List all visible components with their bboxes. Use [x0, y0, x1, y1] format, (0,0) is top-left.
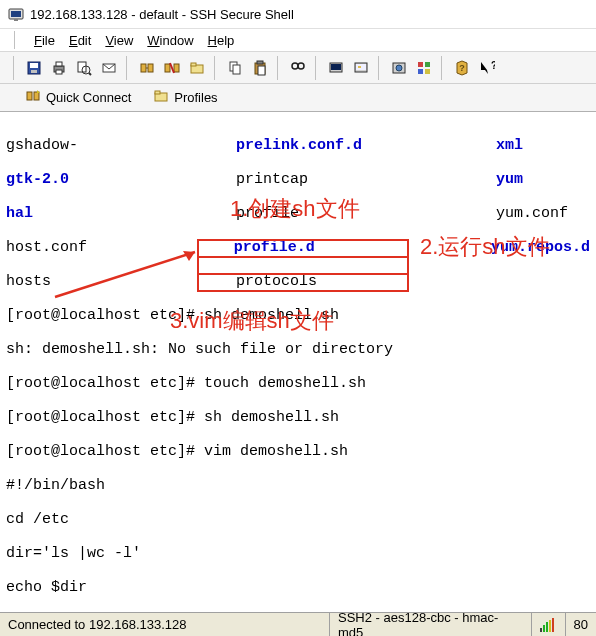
copy-icon[interactable]: [224, 57, 246, 79]
ls-item: profile: [236, 205, 496, 222]
terminal-output[interactable]: gshadow-prelink.conf.dxml gtk-2.0printca…: [0, 112, 596, 608]
toolbar-sep-4: [315, 56, 319, 80]
svg-line-11: [89, 73, 91, 75]
svg-text:?: ?: [491, 60, 495, 71]
paste-icon[interactable]: [249, 57, 271, 79]
ls-item: protocols: [236, 273, 496, 290]
svg-rect-33: [358, 66, 361, 68]
window-title: 192.168.133.128 - default - SSH Secure S…: [30, 7, 294, 22]
cmd: touch demoshell.sh: [204, 375, 366, 392]
svg-rect-39: [425, 69, 430, 74]
help-icon[interactable]: ?: [451, 57, 473, 79]
svg-point-26: [292, 63, 298, 69]
folder-icon: [153, 88, 169, 107]
find-icon[interactable]: [287, 57, 309, 79]
svg-rect-38: [418, 69, 423, 74]
status-meters: [532, 613, 566, 636]
svg-rect-4: [30, 63, 38, 68]
svg-rect-5: [31, 70, 37, 73]
svg-rect-13: [141, 64, 146, 72]
svg-text:?: ?: [459, 63, 465, 73]
mail-icon[interactable]: [98, 57, 120, 79]
ls-item: hal: [6, 205, 236, 222]
svg-rect-1: [11, 11, 21, 17]
app-icon: [8, 6, 24, 22]
toolbar-sep-6: [441, 56, 445, 80]
menu-edit[interactable]: Edit: [63, 31, 97, 50]
svg-rect-22: [233, 65, 240, 74]
vu-meter-icon: [540, 618, 554, 632]
quick-connect-button[interactable]: Quick Connect: [18, 85, 138, 110]
svg-rect-20: [191, 63, 196, 66]
menu-window[interactable]: Window: [141, 31, 199, 50]
print-icon[interactable]: [48, 57, 70, 79]
svg-line-18: [170, 63, 174, 73]
svg-rect-45: [155, 91, 160, 94]
save-icon[interactable]: [23, 57, 45, 79]
ls-item: xml: [496, 137, 590, 154]
menu-help[interactable]: Help: [202, 31, 241, 50]
cmd: sh demoshell.sh: [204, 409, 339, 426]
status-bar: Connected to 192.168.133.128 SSH2 - aes1…: [0, 612, 596, 636]
connect-bar: Quick Connect Profiles: [0, 84, 596, 112]
connect-icon[interactable]: [136, 57, 158, 79]
script-line: #!/bin/bash: [6, 477, 590, 494]
ls-item: [496, 273, 590, 290]
prompt: [root@localhost etc]#: [6, 375, 204, 392]
profiles-label: Profiles: [174, 90, 217, 105]
disconnect-icon[interactable]: [161, 57, 183, 79]
svg-rect-42: [27, 92, 32, 100]
toolbar-grip: [13, 56, 17, 80]
script-line: cd /etc: [6, 511, 590, 528]
svg-rect-17: [174, 64, 179, 72]
ls-item: yum: [496, 171, 590, 188]
ls-item: hosts: [6, 273, 236, 290]
svg-rect-2: [14, 19, 18, 21]
settings-icon[interactable]: [388, 57, 410, 79]
svg-rect-36: [418, 62, 423, 67]
svg-rect-7: [56, 62, 62, 66]
ls-item: yum.conf: [496, 205, 590, 222]
sftp-icon[interactable]: [350, 57, 372, 79]
title-bar: 192.168.133.128 - default - SSH Secure S…: [0, 0, 596, 28]
profiles-button[interactable]: Profiles: [146, 85, 224, 110]
ls-item: gtk-2.0: [6, 171, 236, 188]
menu-view[interactable]: View: [99, 31, 139, 50]
svg-rect-25: [258, 66, 265, 75]
toolbar-sep-1: [126, 56, 130, 80]
svg-rect-16: [165, 64, 170, 72]
svg-point-27: [298, 63, 304, 69]
status-cipher: SSH2 - aes128-cbc - hmac-md5: [330, 613, 532, 636]
new-terminal-icon[interactable]: [325, 57, 347, 79]
svg-rect-14: [148, 64, 153, 72]
context-help-icon[interactable]: ?: [476, 57, 498, 79]
svg-rect-43: [34, 92, 39, 100]
menu-file[interactable]: File: [28, 31, 61, 50]
ls-item: host.conf: [6, 239, 234, 256]
cmd: sh demoshell.sh: [204, 307, 339, 324]
output-line: sh: demoshell.sh: No such file or direct…: [6, 341, 590, 358]
quick-connect-label: Quick Connect: [46, 90, 131, 105]
svg-rect-8: [56, 70, 62, 74]
toolbar-sep-2: [214, 56, 218, 80]
svg-rect-37: [425, 62, 430, 67]
status-connection: Connected to 192.168.133.128: [0, 613, 330, 636]
ls-item: yum.repos.d: [491, 239, 590, 256]
svg-point-35: [396, 65, 402, 71]
ls-item: printcap: [236, 171, 496, 188]
toolbar: ? ?: [0, 52, 596, 84]
prompt: [root@localhost etc]#: [6, 443, 204, 460]
quick-connect-icon: [25, 88, 41, 107]
toolbar-sep-5: [378, 56, 382, 80]
prompt: [root@localhost etc]#: [6, 409, 204, 426]
print-preview-icon[interactable]: [73, 57, 95, 79]
menu-grip: [14, 31, 20, 49]
profiles-icon[interactable]: [186, 57, 208, 79]
svg-rect-30: [331, 64, 341, 70]
cmd: vim demoshell.sh: [204, 443, 348, 460]
colors-icon[interactable]: [413, 57, 435, 79]
status-cols: 80: [566, 613, 596, 636]
ls-item: profile.d: [234, 239, 491, 256]
svg-rect-24: [257, 61, 263, 64]
toolbar-sep-3: [277, 56, 281, 80]
